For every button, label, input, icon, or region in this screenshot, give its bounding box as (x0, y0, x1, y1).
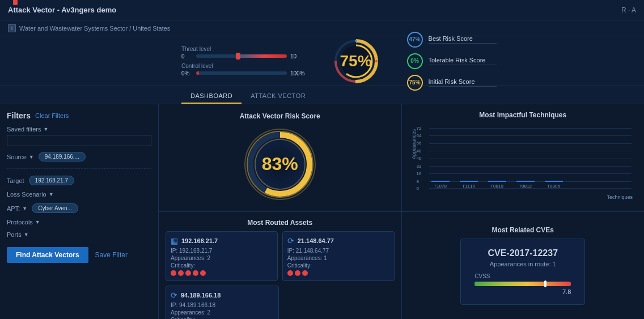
asset-card-3-header: ⟳ 94.189.166.18 (171, 291, 274, 300)
source-label: Source ▼ (7, 154, 34, 160)
asset-card-2-header: ⟳ 21.148.64.77 (287, 236, 389, 245)
threat-label: Threat level (181, 46, 305, 52)
protocols-label: Protocols ▼ (7, 219, 151, 226)
ports-label: Ports ▼ (7, 231, 151, 238)
cvss-marker (544, 280, 546, 287)
dot-3 (185, 270, 191, 276)
bar-t0819-rect (488, 181, 506, 182)
x-axis-label: Techniques (607, 194, 633, 200)
saved-filters-label: Saved filters ▼ (7, 126, 151, 133)
apt-label: APT: ▼ (7, 205, 27, 212)
save-filter-button[interactable]: Save Filter (95, 251, 128, 259)
y-tick-16: 16 (417, 171, 422, 176)
target-label: Target (7, 177, 24, 184)
control-max: 100% (290, 70, 305, 76)
divider-1 (7, 168, 151, 169)
threat-bar (196, 54, 287, 58)
chart-y-lines: 72 64 56 48 40 32 16 8 0 T1078 (429, 128, 632, 189)
y-tick-72: 72 (417, 126, 422, 131)
tab-attack-vector[interactable]: ATTACK VECTOR (242, 89, 315, 104)
bar-t1110-rect (460, 181, 478, 182)
main-gauge: 75% (316, 22, 396, 101)
gauge-value: 75% (340, 52, 372, 70)
saved-filters-select[interactable] (7, 135, 151, 146)
gauge-container: 75% (316, 22, 396, 101)
dot-4 (193, 270, 198, 276)
y-tick-0: 0 (417, 186, 419, 191)
action-buttons: Find Attack Vectors Save Filter (7, 247, 151, 263)
svg-point-5 (355, 40, 357, 42)
filters-header: Filters Clear Filters (7, 111, 151, 120)
page-title: Attack Vector - Av3ngers demo (8, 6, 116, 14)
breadcrumb: Water and Wastewater Systems Sector / Un… (19, 25, 170, 32)
breadcrumb-icon: T (8, 24, 16, 32)
cvss-bar (474, 282, 571, 286)
asset-2-dots (287, 270, 389, 276)
threat-marker (236, 53, 240, 59)
threat-control-section: Threat level 0 10 Control level 0% 100% (181, 46, 305, 76)
ports-filter-row: Ports ▼ (7, 231, 151, 238)
initial-risk-circle: 75% (407, 75, 423, 91)
asset-1-icon: ▦ (171, 236, 178, 245)
cve-box: CVE-2017-12237 Appearances in route: 1 C… (460, 239, 585, 305)
threat-max: 10 (290, 53, 302, 59)
bar-t1078-label: T1078 (434, 184, 447, 189)
asset-3-detail-ip: IP: 94.189.166.18 (171, 302, 274, 308)
bar-t0806: T0806 (545, 181, 563, 189)
sidebar: Filters Clear Filters Saved filters ▼ So… (0, 104, 159, 319)
dashboard-grid: Attack Vector Risk Score (159, 104, 644, 319)
find-attack-vectors-button[interactable]: Find Attack Vectors (7, 247, 88, 263)
y-tick-56: 56 (417, 141, 422, 146)
ports-arrow: ▼ (24, 232, 29, 237)
asset-card-2: ⟳ 21.148.64.77 IP: 21.148.64.77 Appearan… (282, 231, 395, 281)
svg-point-6 (375, 60, 378, 62)
threat-bar-container: 0 10 (181, 53, 305, 59)
bar-t1078-rect (431, 181, 450, 182)
control-label: Control level (181, 63, 305, 69)
asset-card-1-header: ▦ 192.168.21.7 (171, 236, 273, 245)
asset-2-detail-ip: IP: 21.148.64.77 (287, 248, 389, 254)
tolerable-risk-label: Tolerable Risk Score (429, 57, 497, 63)
bar-t0812: T0812 (516, 181, 535, 189)
bar-t1110: T1110 (460, 181, 478, 189)
asset-3-ip: 94.189.166.18 (181, 292, 221, 299)
tolerable-risk-circle: 0% (407, 53, 423, 69)
risk-score-value: 83% (262, 154, 298, 175)
target-chip[interactable]: 192.168.21.7 (29, 176, 74, 185)
asset-1-dots (171, 270, 273, 276)
control-row: Control level 0% 100% (181, 63, 305, 76)
asset-3-criticality-label: Criticality: (171, 317, 274, 319)
apt-filter-inline: APT: ▼ Cyber Aven... (7, 203, 151, 213)
cves-title: Most Related CVEs (492, 226, 554, 234)
cvss-label: CVSS (474, 273, 571, 279)
source-filter-row: Source ▼ 94.189.166.... (7, 152, 151, 161)
cve-id: CVE-2017-12237 (474, 248, 571, 258)
clear-filters-button[interactable]: Clear Filters (35, 112, 69, 119)
techniques-panel: Most Impactful Techniques Appearances Te… (402, 104, 645, 211)
control-marker (13, 0, 18, 5)
source-chip[interactable]: 94.189.166.... (39, 152, 86, 161)
control-bar-container: 0% 100% (181, 70, 305, 76)
loss-scenario-row: Loss Scenario ▼ (7, 191, 151, 198)
dot-1 (171, 270, 176, 276)
control-min: 0% (181, 70, 193, 76)
asset-card-1: ▦ 192.168.21.7 IP: 192.168.21.7 Appearan… (166, 231, 278, 281)
initial-risk-row: 75% Initial Risk Score (407, 75, 497, 91)
protocols-filter-row: Protocols ▼ (7, 219, 151, 226)
y-tick-40: 40 (417, 156, 422, 161)
saved-filters-arrow: ▼ (44, 126, 49, 132)
assets-panel: Most Routed Assets ▦ 192.168.21.7 IP: 19… (159, 212, 401, 319)
apt-chip[interactable]: Cyber Aven... (32, 203, 78, 213)
bar-t0806-rect (545, 181, 563, 182)
bar-t1078: T1078 (431, 181, 450, 189)
assets-grid: ▦ 192.168.21.7 IP: 192.168.21.7 Appearan… (166, 231, 395, 319)
tab-dashboard[interactable]: DASHBOARD (181, 89, 242, 104)
source-arrow: ▼ (29, 154, 34, 160)
best-risk-label: Best Risk Score (429, 35, 497, 42)
initial-risk-divider (429, 86, 497, 87)
risk-score-title: Attack Vector Risk Score (240, 112, 320, 120)
best-risk-circle: 47% (407, 32, 423, 48)
loss-scenario-label: Loss Scenario ▼ (7, 191, 151, 198)
control-bar (196, 71, 287, 75)
y-tick-48: 48 (417, 148, 422, 154)
